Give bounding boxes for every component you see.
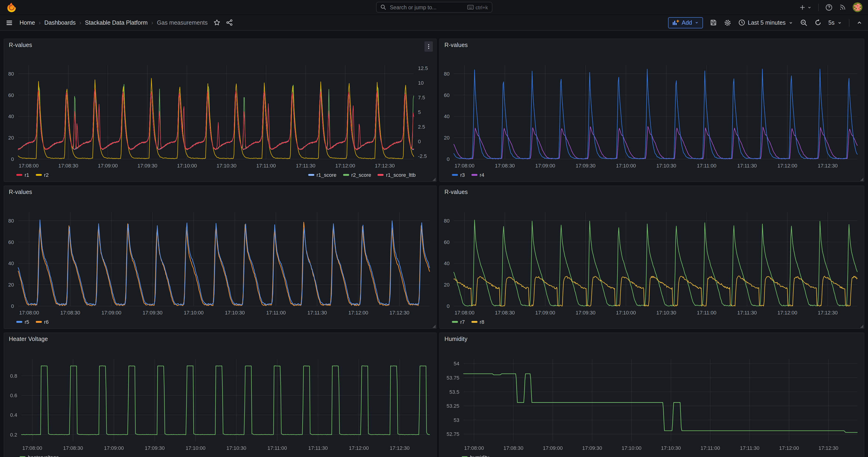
legend-item-r1_score_lttb[interactable]: r1_score_lttb	[378, 172, 415, 178]
legend-series-label: r3	[460, 172, 465, 178]
legend-series-swatch	[343, 174, 349, 176]
timeseries-chart[interactable]: 0.20.40.60.817:08:0017:08:3017:09:0017:0…	[4, 333, 436, 457]
legend-item-r2_score[interactable]: r2_score	[343, 172, 371, 178]
legend-item-heatervoltage[interactable]: heatervoltage	[20, 454, 59, 457]
legend-series-label: r5	[25, 318, 29, 325]
resize-handle[interactable]	[432, 178, 436, 181]
share-icon[interactable]	[226, 19, 233, 26]
x-axis-tick-label: 17:10:30	[217, 162, 237, 169]
zoom-out-button[interactable]	[800, 19, 808, 26]
x-axis-tick-label: 17:11:30	[737, 162, 757, 169]
legend-item-r7[interactable]: r7	[452, 318, 465, 325]
x-axis-tick-label: 17:12:30	[390, 445, 410, 451]
y-axis-tick-label: 20	[444, 282, 450, 287]
refresh-button[interactable]	[814, 19, 822, 26]
add-button[interactable]: Add	[668, 17, 703, 28]
add-panel-icon	[673, 20, 680, 26]
legend-series-label: r2_score	[351, 172, 371, 178]
y-axis-tick-label: 40	[8, 113, 14, 119]
panel-legend: r1r2r1_scorer2_scorer1_score_lttb	[16, 172, 415, 178]
x-axis-tick-label: 17:10:00	[616, 309, 636, 315]
legend-item-r4[interactable]: r4	[471, 172, 485, 178]
legend-item-r8[interactable]: r8	[471, 318, 485, 325]
x-axis-tick-label: 17:09:00	[535, 162, 555, 169]
panel-r-values-4: R-values 02040608017:08:0017:08:3017:09:…	[439, 185, 864, 329]
x-axis-tick-label: 17:12:00	[777, 162, 797, 169]
save-icon	[710, 19, 717, 26]
timeseries-chart[interactable]: 02040608017:08:0017:08:3017:09:0017:09:3…	[440, 186, 864, 329]
legend-series-swatch	[308, 174, 314, 176]
y-axis-tick-label: 0	[447, 156, 450, 162]
star-icon[interactable]	[213, 19, 220, 26]
breadcrumb-separator: ›	[151, 19, 153, 26]
global-search[interactable]: ctrl+k	[376, 2, 492, 12]
mega-menu-button[interactable]	[6, 19, 13, 26]
legend-item-r5[interactable]: r5	[16, 318, 29, 325]
grafana-logo[interactable]	[6, 2, 17, 12]
avatar[interactable]	[852, 2, 862, 12]
time-range-picker[interactable]: Last 5 minutes	[738, 19, 793, 26]
legend-item-r3[interactable]: r3	[452, 172, 465, 178]
caret-down-icon	[807, 5, 812, 9]
x-axis-tick-label: 17:08:00	[19, 309, 39, 315]
x-axis-tick-label: 17:11:00	[701, 445, 720, 451]
dashboard-toolbar: Home › Dashboards › Stackable Data Platf…	[0, 15, 868, 31]
y-axis-tick-label: 0.4	[10, 412, 17, 418]
search-input[interactable]	[389, 4, 467, 10]
divider	[849, 19, 849, 26]
series-heatervoltage-line	[21, 366, 430, 434]
timeseries-chart[interactable]: 52.755353.2553.553.755417:08:0017:08:301…	[440, 333, 864, 457]
x-axis-tick-label: 17:11:30	[737, 309, 757, 315]
y-axis-right-tick-label: 10	[418, 80, 424, 86]
breadcrumb-dashboards[interactable]: Dashboards	[44, 19, 76, 26]
legend-item-r2[interactable]: r2	[36, 172, 49, 178]
menu-icon	[6, 19, 13, 26]
x-axis-tick-label: 17:08:00	[455, 309, 474, 315]
legend-series-label: r6	[44, 318, 49, 325]
breadcrumb-folder[interactable]: Stackable Data Platform	[85, 19, 148, 26]
legend-item-r1_score[interactable]: r1_score	[308, 172, 337, 178]
dashboard-settings-button[interactable]	[724, 19, 731, 26]
resize-handle[interactable]	[432, 325, 436, 328]
breadcrumb-home[interactable]: Home	[20, 19, 35, 26]
save-dashboard-button[interactable]	[710, 19, 717, 26]
x-axis-tick-label: 17:11:00	[697, 309, 716, 315]
series-r7-line	[454, 220, 857, 306]
timeseries-chart[interactable]: 02040608017:08:0017:08:3017:09:0017:09:3…	[440, 39, 864, 182]
search-icon	[380, 4, 386, 10]
legend-item-r1[interactable]: r1	[16, 172, 29, 178]
help-button[interactable]	[825, 3, 833, 11]
x-axis-tick-label: 17:12:30	[390, 309, 409, 315]
x-axis-tick-label: 17:11:00	[256, 162, 276, 169]
dashboard-grid: R-values 020406080-2.502.557.51012.517:0…	[0, 31, 868, 457]
news-button[interactable]	[839, 4, 846, 11]
legend-series-label: r7	[460, 318, 465, 325]
search-shortcut: ctrl+k	[467, 4, 488, 10]
x-axis-tick-label: 17:08:30	[495, 162, 515, 169]
x-axis-tick-label: 17:09:30	[582, 445, 602, 451]
x-axis-tick-label: 17:08:00	[19, 162, 39, 169]
x-axis-tick-label: 17:10:30	[661, 445, 681, 451]
x-axis-tick-label: 17:12:00	[348, 309, 368, 315]
collapse-toolbar-button[interactable]	[857, 20, 862, 26]
legend-series-swatch	[36, 321, 42, 323]
timeseries-chart[interactable]: 02040608017:08:0017:08:3017:09:0017:09:3…	[4, 186, 436, 329]
x-axis-tick-label: 17:09:00	[98, 162, 118, 169]
timeseries-chart[interactable]: 020406080-2.502.557.51012.517:08:0017:08…	[4, 39, 436, 182]
panel-legend: r3r4	[452, 172, 859, 178]
x-axis-tick-label: 17:09:00	[535, 309, 555, 315]
legend-item-r6[interactable]: r6	[36, 318, 49, 325]
x-axis-tick-label: 17:10:30	[226, 445, 246, 451]
legend-series-label: r1	[25, 172, 29, 178]
series-r3-line	[454, 69, 857, 159]
legend-item-humidity[interactable]: humidity	[462, 454, 489, 457]
x-axis-tick-label: 17:09:00	[101, 309, 121, 315]
legend-series-swatch	[452, 174, 458, 176]
resize-handle[interactable]	[860, 178, 863, 181]
legend-series-swatch	[20, 456, 26, 457]
resize-handle[interactable]	[860, 325, 863, 328]
legend-series-swatch	[471, 174, 477, 176]
y-axis-tick-label: 0	[11, 303, 14, 309]
refresh-interval-picker[interactable]: 5s	[829, 19, 842, 26]
new-menu-button[interactable]	[799, 4, 812, 10]
